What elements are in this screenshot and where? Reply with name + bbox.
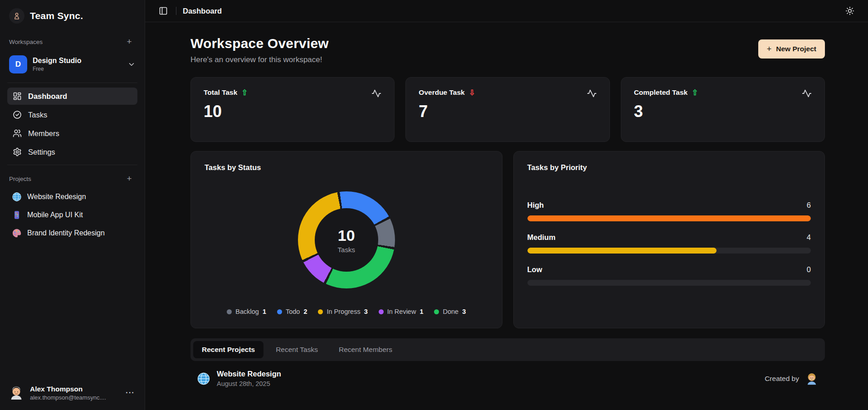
divider (7, 165, 137, 165)
dashboard-icon (13, 92, 22, 101)
user-menu-button[interactable]: ··· (124, 386, 137, 399)
sidebar-project-brand-identity-redesign[interactable]: Brand Identity Redesign (7, 224, 137, 242)
legend-dot (227, 309, 232, 314)
recent-project-date: August 28th, 2025 (217, 380, 281, 387)
globe-icon (12, 192, 22, 202)
activity-icon (802, 88, 812, 98)
sidebar-item-label: Tasks (28, 111, 47, 119)
sidebar-item-dashboard[interactable]: Dashboard (7, 88, 137, 105)
team-sync-logo-icon (9, 8, 24, 24)
user-name: Alex Thompson (30, 385, 118, 393)
ellipsis-icon: ··· (126, 388, 135, 397)
legend-dot (434, 309, 439, 314)
workspace-plan: Free (33, 66, 122, 72)
legend-item-in-progress: In Progress 3 (318, 308, 367, 315)
tasks-by-status-card: Tasks by Status 10 Tasks Backlog (190, 151, 502, 328)
plus-icon: + (127, 174, 132, 184)
divider (176, 7, 176, 15)
sidebar-item-tasks[interactable]: Tasks (7, 106, 137, 123)
chevron-down-icon (127, 60, 136, 68)
add-workspace-button[interactable]: + (123, 35, 136, 48)
add-project-button[interactable]: + (123, 172, 136, 185)
new-project-button[interactable]: + New Project (758, 39, 825, 59)
donut-center-value: 10 (338, 227, 355, 244)
legend-dot (318, 309, 323, 314)
sidebar-project-mobile-app-ui-kit[interactable]: Mobile App UI Kit (7, 206, 137, 224)
stat-card-total-task: Total Task ⇧ 10 (190, 77, 395, 142)
tab-recent-tasks[interactable]: Recent Tasks (267, 341, 327, 358)
chart-title: Tasks by Priority (527, 163, 811, 172)
priority-row-medium: Medium 4 (527, 233, 811, 254)
topbar: Dashboard (145, 0, 868, 22)
sidebar: Team Sync. Workspaces + D Design Studio … (0, 0, 145, 410)
legend-item-in-review: In Review 1 (379, 308, 424, 315)
globe-icon (197, 372, 210, 386)
stat-label: Total Task (204, 88, 237, 97)
created-by-label: Created by (765, 375, 799, 383)
legend-item-todo: Todo 2 (277, 308, 307, 315)
activity-icon (371, 88, 381, 98)
divider (7, 83, 137, 83)
content: Workspace Overview Here's an overview fo… (145, 22, 868, 410)
legend-item-done: Done 3 (434, 308, 466, 315)
trend-up-icon: ⇧ (692, 89, 698, 97)
donut-center-label: Tasks (338, 246, 355, 254)
tab-recent-members[interactable]: Recent Members (330, 341, 401, 358)
app-root: Team Sync. Workspaces + D Design Studio … (0, 0, 868, 410)
main-area: Dashboard Workspace Overview Here's an o… (145, 0, 868, 410)
plus-icon: + (767, 45, 772, 53)
priority-bar-fill (527, 215, 811, 221)
status-donut: 10 Tasks (298, 191, 395, 288)
legend-item-backlog: Backlog 1 (227, 308, 266, 315)
sidebar-item-label: Dashboard (28, 92, 67, 101)
tasks-by-priority-card: Tasks by Priority High 6 Medium (513, 151, 825, 328)
user-profile[interactable]: Alex Thompson alex.thompson@teamsync....… (7, 381, 137, 403)
avatar (8, 385, 24, 401)
app-logo: Team Sync. (7, 5, 137, 33)
workspace-avatar: D (9, 55, 27, 73)
trend-down-icon: ⇩ (469, 89, 475, 97)
project-label: Brand Identity Redesign (27, 229, 105, 237)
legend-dot (277, 309, 282, 314)
projects-label: Projects (9, 176, 31, 182)
workspaces-label: Workspaces (9, 39, 43, 45)
theme-toggle-button[interactable] (844, 5, 856, 17)
sidebar-nav: Dashboard Tasks Members (7, 88, 137, 162)
workspace-switcher[interactable]: D Design Studio Free (7, 51, 137, 80)
project-label: Mobile App UI Kit (27, 211, 83, 219)
panel-left-icon (159, 6, 168, 15)
activity-icon (587, 88, 597, 98)
status-legend: Backlog 1 Todo 2 In Progress 3 (205, 308, 488, 317)
recent-project-name: Website Redesign (217, 370, 281, 378)
tab-recent-projects[interactable]: Recent Projects (193, 341, 263, 358)
legend-dot (379, 309, 384, 314)
page-title: Workspace Overview (190, 36, 329, 51)
new-project-label: New Project (776, 45, 816, 53)
priority-bar-fill (527, 248, 717, 254)
page-subtitle: Here's an overview for this workspace! (190, 55, 329, 64)
app-name: Team Sync. (30, 10, 83, 21)
stat-cards: Total Task ⇧ 10 Overdue Task ⇩ 7 (190, 77, 825, 142)
priority-row-high: High 6 (527, 201, 811, 221)
mobile-phone-icon (12, 210, 22, 220)
sidebar-item-settings[interactable]: Settings (7, 143, 137, 161)
sidebar-project-website-redesign[interactable]: Website Redesign (7, 188, 137, 206)
stat-value: 10 (204, 102, 381, 121)
chart-title: Tasks by Status (205, 163, 488, 172)
sidebar-item-members[interactable]: Members (7, 125, 137, 142)
stat-card-completed-task: Completed Task ⇧ 3 (621, 77, 825, 142)
recent-tabs: Recent Projects Recent Tasks Recent Memb… (190, 338, 825, 361)
sidebar-item-label: Settings (28, 148, 55, 156)
stat-label: Overdue Task (419, 88, 464, 97)
breadcrumb: Dashboard (183, 7, 222, 15)
user-email: alex.thompson@teamsync.... (30, 394, 118, 401)
priority-row-low: Low 0 (527, 265, 811, 286)
recent-project-row[interactable]: Website Redesign August 28th, 2025 Creat… (190, 361, 825, 387)
gear-icon (13, 147, 22, 156)
sidebar-toggle-button[interactable] (157, 5, 170, 17)
circle-check-icon (13, 110, 22, 119)
sun-icon (845, 6, 854, 15)
stat-value: 7 (419, 102, 596, 121)
palette-icon (12, 228, 22, 238)
workspace-name: Design Studio (33, 57, 122, 65)
